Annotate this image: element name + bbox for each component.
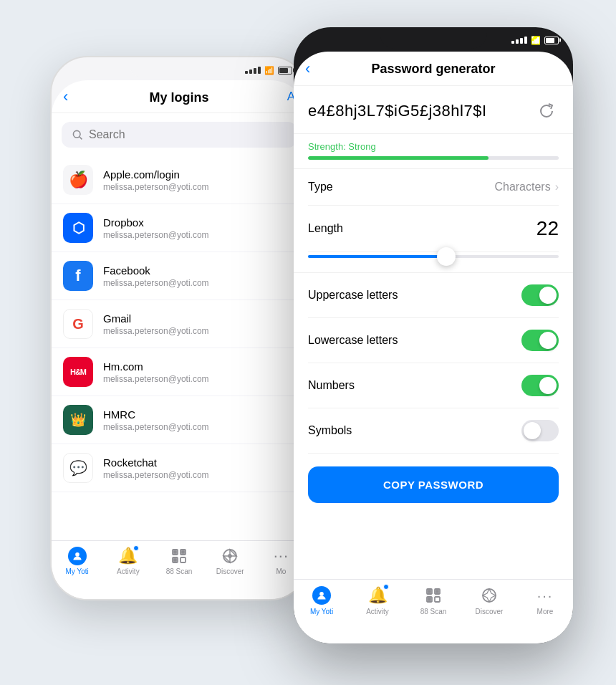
lowercase-toggle[interactable] xyxy=(521,330,559,351)
nav-label: Discover xyxy=(216,567,244,575)
uppercase-toggle[interactable] xyxy=(521,284,559,306)
login-list: 🍎 Apple.com/login melissa.peterson@yoti.… xyxy=(52,156,307,492)
svg-rect-18 xyxy=(428,590,430,593)
login-info: Dropbox melissa.peterson@yoti.com xyxy=(103,216,295,240)
back-button[interactable]: ‹ xyxy=(305,59,310,78)
svg-point-0 xyxy=(73,130,80,138)
toggle-thumb xyxy=(539,287,557,304)
list-item[interactable]: 🍎 Apple.com/login melissa.peterson@yoti.… xyxy=(52,156,307,204)
search-input[interactable] xyxy=(89,128,287,141)
svg-rect-19 xyxy=(436,590,438,593)
search-bar[interactable] xyxy=(62,122,297,148)
nav-label: My Yoti xyxy=(310,608,333,615)
wp-header: ‹ My logins A xyxy=(52,80,307,113)
email: melissa.peterson@yoti.com xyxy=(103,422,295,432)
user-circle-icon xyxy=(312,586,331,605)
svg-point-2 xyxy=(75,552,80,557)
toggles-area: Uppercase letters Lowercase letters Numb… xyxy=(294,273,573,454)
slider-thumb[interactable] xyxy=(437,247,456,266)
signal-icon xyxy=(245,67,261,74)
password-display: e4£8hj3L7$iG5£j38hl7$I xyxy=(308,102,534,120)
scene: 📶 ‹ My logins A � xyxy=(29,27,587,658)
login-info: Gmail melissa.peterson@yoti.com xyxy=(103,312,295,336)
svg-point-21 xyxy=(483,589,496,602)
lowercase-label: Lowercase letters xyxy=(308,334,398,347)
nav-item-activity[interactable]: 🔔 Activity xyxy=(102,547,153,575)
user-icon xyxy=(68,547,87,565)
svg-point-13 xyxy=(319,592,324,596)
dropbox-logo: ⬡ xyxy=(63,213,93,243)
nav-label: More xyxy=(537,608,554,615)
nav-item-scan[interactable]: 88 Scan xyxy=(153,547,204,575)
numbers-label: Numbers xyxy=(308,379,355,392)
site-name: Gmail xyxy=(103,312,295,325)
uppercase-label: Uppercase letters xyxy=(308,289,398,302)
list-item[interactable]: 💬 Rocketchat melissa.peterson@yoti.com xyxy=(52,444,307,492)
email: melissa.peterson@yoti.com xyxy=(103,374,295,384)
numbers-row: Numbers xyxy=(308,363,559,408)
nav-label: Activity xyxy=(117,567,140,575)
site-name: Rocketchat xyxy=(103,456,295,469)
dp-header: ‹ Password generator xyxy=(294,52,573,86)
hm-logo: H&M xyxy=(63,357,93,387)
uppercase-row: Uppercase letters xyxy=(308,273,559,318)
my-yoti-icon xyxy=(68,547,87,565)
page-title: Password generator xyxy=(371,62,495,76)
svg-rect-8 xyxy=(182,551,184,553)
list-item[interactable]: f Facebook melissa.peterson@yoti.com xyxy=(52,252,307,300)
numbers-toggle[interactable] xyxy=(521,375,559,396)
symbols-toggle[interactable] xyxy=(521,420,559,441)
nav-label: 88 Scan xyxy=(166,567,193,575)
list-item[interactable]: H&M Hm.com melissa.peterson@yoti.com xyxy=(52,348,307,396)
nav-label: Mo xyxy=(276,567,286,575)
list-item[interactable]: ⬡ Dropbox melissa.peterson@yoti.com xyxy=(52,204,307,252)
page-title: My logins xyxy=(149,90,208,105)
type-row: Type Characters › xyxy=(308,169,559,206)
dp-nav-item-discover[interactable]: Discover xyxy=(461,585,517,615)
list-item[interactable]: G Gmail melissa.peterson@yoti.com xyxy=(52,300,307,348)
email: melissa.peterson@yoti.com xyxy=(103,182,295,192)
activity-icon: 🔔 xyxy=(119,547,138,565)
login-info: Apple.com/login melissa.peterson@yoti.co… xyxy=(103,168,295,192)
chevron-icon: › xyxy=(555,181,559,193)
login-info: Rocketchat melissa.peterson@yoti.com xyxy=(103,456,295,480)
list-item[interactable]: 👑 HMRC melissa.peterson@yoti.com xyxy=(52,396,307,444)
dp-nav-item-more[interactable]: ··· More xyxy=(517,585,573,615)
lowercase-row: Lowercase letters xyxy=(308,318,559,363)
rocketchat-logo: 💬 xyxy=(63,453,93,483)
site-name: Facebook xyxy=(103,264,295,277)
nav-item-my-yoti[interactable]: My Yoti xyxy=(52,547,102,575)
white-phone-screen: ‹ My logins A 🍎 Apple.com/login melis xyxy=(52,80,307,599)
nav-item-discover[interactable]: Discover xyxy=(205,547,256,575)
strength-fill xyxy=(308,156,489,160)
svg-rect-9 xyxy=(174,559,176,561)
slider-area xyxy=(294,255,573,273)
search-icon xyxy=(72,129,83,140)
site-name: Hm.com xyxy=(103,360,295,373)
nav-label: Discover xyxy=(476,608,504,615)
apple-logo: 🍎 xyxy=(63,165,93,195)
wp-bottom-nav: My Yoti 🔔 Activity xyxy=(52,540,307,599)
symbols-label: Symbols xyxy=(308,424,352,437)
copy-password-button[interactable]: COPY PASSWORD xyxy=(308,466,559,503)
dp-nav-item-scan[interactable]: 88 Scan xyxy=(405,585,461,615)
login-info: Facebook melissa.peterson@yoti.com xyxy=(103,264,295,288)
more-icon: ··· xyxy=(271,547,290,565)
dp-nav-item-activity[interactable]: 🔔 Activity xyxy=(350,585,405,615)
notification-dot xyxy=(133,545,139,551)
back-button[interactable]: ‹ xyxy=(63,87,68,106)
refresh-button[interactable] xyxy=(534,99,559,123)
phone-dark: 📶 ‹ Password generator e4£8hj3L7$iG5£j38… xyxy=(294,27,573,643)
dp-nav-item-my-yoti[interactable]: My Yoti xyxy=(294,585,350,615)
strength-area: Strength: Strong xyxy=(294,134,573,169)
slider-track[interactable] xyxy=(308,255,559,258)
scan-icon xyxy=(423,585,443,605)
dark-phone-screen: ‹ Password generator e4£8hj3L7$iG5£j38hl… xyxy=(294,52,573,643)
svg-rect-7 xyxy=(174,551,176,553)
gmail-logo: G xyxy=(63,309,93,339)
slider-fill xyxy=(308,255,446,258)
type-value: Characters xyxy=(494,181,550,193)
type-value-area[interactable]: Characters › xyxy=(494,181,559,193)
login-info: Hm.com melissa.peterson@yoti.com xyxy=(103,360,295,384)
type-label: Type xyxy=(308,181,333,193)
